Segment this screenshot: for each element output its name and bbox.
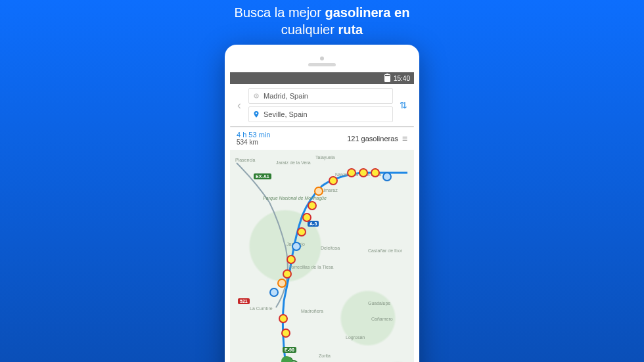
station-marker[interactable] xyxy=(297,227,306,237)
place-label: Zorita xyxy=(319,353,331,358)
list-icon: ≡ xyxy=(402,133,407,144)
battery-icon xyxy=(384,74,390,82)
place-label: Madroñera xyxy=(301,309,323,313)
station-marker[interactable] xyxy=(279,314,288,323)
route-distance: 534 km xyxy=(237,139,270,146)
destination-field[interactable]: Seville, Spain xyxy=(248,106,393,122)
road-badge: EX-A1 xyxy=(254,173,271,179)
road-badge: E-90 xyxy=(283,347,296,353)
headline-text-1: Busca la mejor xyxy=(235,5,325,20)
station-marker[interactable] xyxy=(308,201,317,210)
station-marker[interactable] xyxy=(292,242,301,251)
station-marker[interactable] xyxy=(329,176,338,185)
origin-field[interactable]: Madrid, Spain xyxy=(248,88,393,104)
station-marker[interactable] xyxy=(314,187,323,196)
headline-bold-2: ruta xyxy=(338,22,363,37)
headline-text-2: cualquier xyxy=(281,22,338,37)
crosshair-icon xyxy=(253,93,260,99)
swap-button[interactable]: ⇅ xyxy=(397,100,410,110)
status-bar: 15:40 xyxy=(230,72,414,84)
station-marker[interactable] xyxy=(382,172,392,181)
place-label: Guadalupe xyxy=(368,301,390,305)
place-label: Castañar de Ibor xyxy=(368,248,402,253)
station-marker[interactable] xyxy=(302,213,311,222)
phone-frame: 15:40 ‹ Madrid, Spain Sevi xyxy=(225,45,419,362)
pin-icon xyxy=(253,111,260,118)
status-time: 15:40 xyxy=(394,75,410,82)
park-label: Parque Nacional de Monfragüe xyxy=(263,196,327,201)
place-label: Cañamero xyxy=(371,317,393,321)
destination-value: Seville, Spain xyxy=(264,110,308,118)
place-label: Talayuela xyxy=(315,155,335,160)
stations-count-button[interactable]: 121 gasolineras ≡ xyxy=(347,133,407,144)
road-badge: 521 xyxy=(238,298,250,304)
stations-count-label: 121 gasolineras xyxy=(347,135,398,143)
station-marker[interactable] xyxy=(287,255,296,264)
place-label: Logrosán xyxy=(346,335,365,340)
headline-bold-1: gasolinera en xyxy=(325,5,409,20)
station-marker[interactable] xyxy=(371,168,380,177)
place-label: Deleitosa xyxy=(321,246,340,250)
station-marker[interactable] xyxy=(283,269,292,279)
back-button[interactable]: ‹ xyxy=(234,96,244,114)
place-label: Jaraíz de la Vera xyxy=(276,160,311,165)
origin-value: Madrid, Spain xyxy=(264,92,308,100)
route-search-panel: ‹ Madrid, Spain Seville, Spain xyxy=(230,84,414,126)
route-duration: 4 h 53 min xyxy=(237,131,270,139)
map-canvas[interactable]: Parque Nacional de Monfragüe PlasenciaTa… xyxy=(230,150,414,362)
station-marker[interactable] xyxy=(277,279,287,288)
station-marker[interactable] xyxy=(347,168,356,177)
station-marker[interactable] xyxy=(281,328,290,338)
station-marker[interactable] xyxy=(359,168,368,177)
place-label: La Cumbre xyxy=(250,306,273,311)
road-badge: A-5 xyxy=(308,221,319,227)
place-label: Torrecillas de la Tiesa xyxy=(289,265,333,269)
promo-headline: Busca la mejor gasolinera en cualquier r… xyxy=(0,0,644,38)
route-summary-bar: 4 h 53 min 534 km 121 gasolineras ≡ xyxy=(230,126,414,150)
station-marker[interactable] xyxy=(269,288,279,297)
place-label: Plasencia xyxy=(235,158,255,162)
route-lines xyxy=(230,150,414,362)
svg-point-2 xyxy=(256,112,257,114)
screen: 15:40 ‹ Madrid, Spain Sevi xyxy=(230,72,414,362)
svg-point-1 xyxy=(256,95,257,97)
